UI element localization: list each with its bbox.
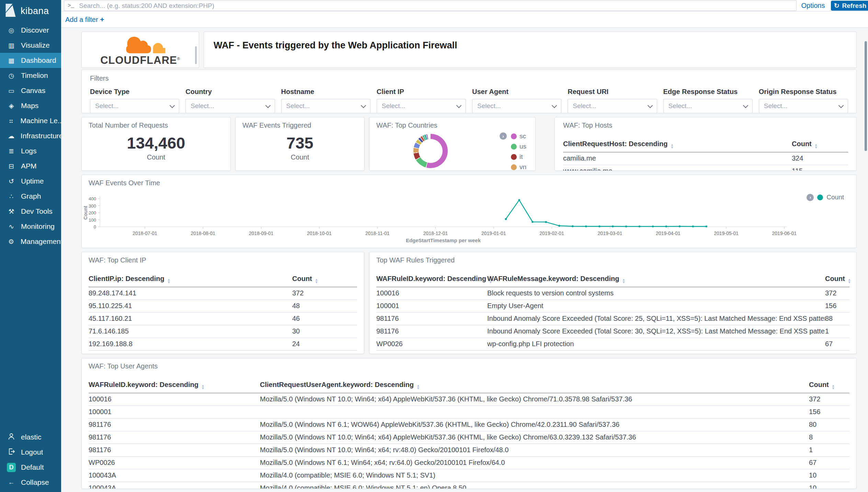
table-row: 981176 Mozilla/5.0 (Windows NT 10.0; Win… — [89, 444, 849, 457]
column-header[interactable]: Count — [792, 138, 848, 152]
host-cell: www.camilia.me — [563, 165, 792, 171]
panel-title: WAF: Top Countries — [376, 121, 437, 129]
sidebar-item-label: Canvas — [21, 86, 45, 95]
sidebar-item-elastic[interactable]: elastic — [0, 430, 61, 445]
user-agent-cell: Mozilla/5.0 (Windows NT 6.1; Win64; x64;… — [260, 457, 809, 469]
sidebar-item-default-space[interactable]: D Default — [0, 460, 61, 475]
legend-item[interactable]: sc — [511, 132, 526, 140]
table-row: 981176 Mozilla/5.0 (Windows NT 10.0; Win… — [89, 431, 849, 444]
column-header[interactable]: WAFRuleMessage.keyword: Descending — [487, 272, 825, 287]
column-header[interactable]: WAFRuleID.keyword: Descending — [376, 272, 487, 287]
panel-scrollbar[interactable] — [195, 46, 197, 64]
count-cell: 30 — [292, 325, 357, 338]
legend-item[interactable]: it — [511, 153, 526, 161]
donut-chart[interactable] — [413, 134, 448, 168]
top-user-agents-table: WAFRuleID.keyword: Descending ClientRequ… — [89, 378, 849, 489]
legend-label[interactable]: Count — [826, 194, 844, 201]
options-link[interactable]: Options — [797, 2, 830, 10]
chevron-down-icon — [647, 103, 653, 108]
sidebar-item-icon: ▥ — [7, 42, 16, 49]
sidebar-item[interactable]: ⚙ Management — [0, 234, 61, 249]
sidebar-item[interactable]: ∿ Monitoring — [0, 219, 61, 234]
page-scrollbar-thumb[interactable] — [865, 41, 867, 151]
legend-item[interactable]: vn — [511, 163, 526, 171]
column-header[interactable]: ClientIP.ip: Descending — [89, 272, 292, 287]
filter-select[interactable]: Select... — [568, 99, 657, 113]
legend-toggle-icon[interactable]: › — [500, 132, 507, 140]
count-cell: 1 — [809, 444, 849, 457]
search-input[interactable] — [78, 2, 793, 10]
table-row: 100016 Block requests to version control… — [376, 287, 849, 300]
sidebar-footer: elastic Logout D Default ← Collapse — [0, 430, 61, 492]
kibana-logo[interactable]: kibana — [0, 0, 61, 21]
sidebar-item-icon: ▭ — [7, 87, 16, 95]
filter-select[interactable]: Select... — [759, 99, 848, 113]
sort-icon — [315, 278, 318, 284]
sidebar-item[interactable]: ⠶ Machine Le... — [0, 113, 61, 128]
svg-text:2018-12-01: 2018-12-01 — [423, 231, 448, 236]
svg-text:2019-03-01: 2019-03-01 — [598, 231, 623, 236]
select-placeholder: Select... — [573, 102, 596, 110]
filter-select[interactable]: Select... — [472, 99, 561, 113]
rule-id-cell: 981176 — [89, 431, 260, 444]
legend-label: vn — [519, 163, 526, 171]
sidebar-item[interactable]: ◎ Discover — [0, 23, 61, 38]
sidebar-item[interactable]: ◈ Maps — [0, 98, 61, 113]
sidebar-item-label: Monitoring — [21, 222, 55, 231]
sidebar-item[interactable]: ☁ Infrastructure — [0, 128, 61, 143]
column-header[interactable]: ClientRequestUserAgent.keyword: Descendi… — [260, 378, 809, 393]
sidebar-item[interactable]: ▭ Canvas — [0, 83, 61, 98]
column-header[interactable]: Count — [825, 272, 849, 287]
count-cell: 10 — [809, 482, 849, 489]
table-row: 100001 Empty User-Agent 156 — [376, 300, 849, 313]
chevron-down-icon — [361, 103, 366, 108]
line-chart[interactable]: 0100200300400Count2018-07-012018-08-0120… — [82, 175, 856, 248]
count-cell: 8 — [809, 431, 849, 444]
refresh-button[interactable]: ↻ Refresh — [831, 1, 868, 11]
legend-toggle-icon[interactable]: › — [807, 194, 814, 201]
table-row: WP0026 Mozilla/5.0 (Windows NT 6.1; Win6… — [89, 457, 849, 469]
svg-text:2019-05-01: 2019-05-01 — [714, 231, 739, 236]
sidebar-item-label: Maps — [21, 102, 38, 110]
line-chart-legend: › Count — [807, 194, 844, 201]
sidebar-item[interactable]: ⚒ Dev Tools — [0, 204, 61, 219]
filter-select[interactable]: Select... — [377, 99, 466, 113]
column-header[interactable]: WAFRuleID.keyword: Descending — [89, 378, 260, 393]
filter-select[interactable]: Select... — [90, 99, 179, 113]
svg-text:400: 400 — [89, 196, 96, 201]
sidebar-item[interactable]: ∴ Graph — [0, 189, 61, 204]
column-header[interactable]: ClientRequestHost: Descending — [563, 138, 792, 152]
sidebar-item[interactable]: ↺ Uptime — [0, 174, 61, 189]
sidebar-item-collapse[interactable]: ← Collapse — [0, 475, 61, 490]
user-agent-cell: Mozilla/5.0 (Windows NT 10.0; Win64; x64… — [260, 431, 809, 444]
rule-id-cell: 100001 — [376, 300, 487, 313]
count-cell: 20 — [825, 351, 849, 354]
sidebar-item-logout[interactable]: Logout — [0, 445, 61, 460]
brand-name: kibana — [21, 6, 49, 16]
column-header[interactable]: Count — [292, 272, 357, 287]
sidebar-item[interactable]: ▦ Dashboard — [0, 53, 61, 68]
add-filter-link[interactable]: Add a filter + — [65, 15, 104, 24]
select-placeholder: Select... — [286, 102, 310, 110]
filter-label: Hostname — [281, 88, 370, 96]
sidebar-item[interactable]: ▥ Visualize — [0, 38, 61, 53]
metric-label: Count — [147, 153, 165, 161]
column-header[interactable]: Count — [809, 378, 849, 393]
filter-select[interactable]: Select... — [185, 99, 275, 113]
filter-field: User Agent Select... — [472, 88, 561, 113]
refresh-icon: ↻ — [834, 2, 840, 10]
svg-text:EdgeStartTimestamp per week: EdgeStartTimestamp per week — [406, 237, 481, 243]
sidebar-item[interactable]: ⊟ APM — [0, 159, 61, 174]
panel-title: Total Number of Requests — [89, 121, 168, 129]
sidebar-nav: ◎ Discover ▥ Visualize ▦ Dashboard ◷ Tim… — [0, 21, 61, 249]
filter-controls: Device Type Select... Country Select... — [90, 88, 848, 113]
sidebar-item[interactable]: ◷ Timelion — [0, 68, 61, 83]
sidebar-item[interactable]: ≣ Logs — [0, 143, 61, 159]
waf-events-panel: WAF Events Triggered 735 Count — [235, 117, 365, 171]
legend-item[interactable]: us — [511, 143, 526, 150]
select-placeholder: Select... — [95, 102, 119, 110]
filter-select[interactable]: Select... — [281, 99, 370, 113]
sort-icon — [814, 143, 818, 149]
rule-id-cell: WP0026 — [89, 457, 260, 469]
filter-select[interactable]: Select... — [663, 99, 753, 113]
